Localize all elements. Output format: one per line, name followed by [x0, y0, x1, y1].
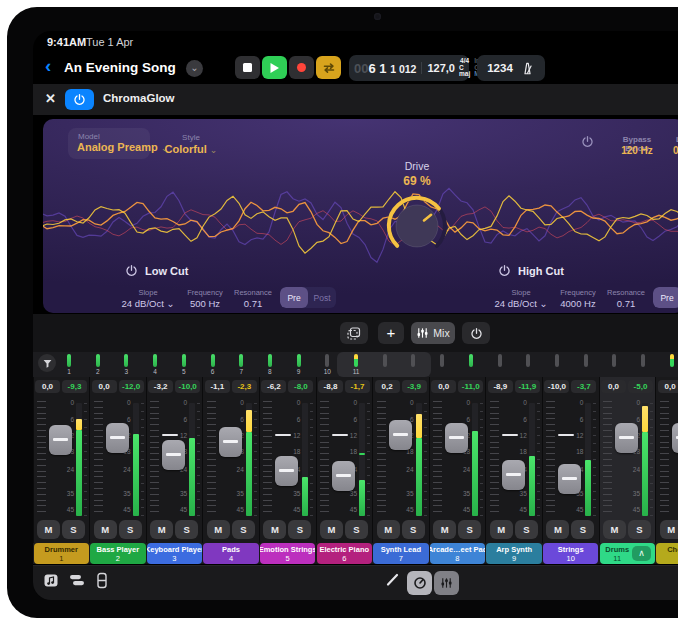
fader-db-value[interactable]: -3,2: [148, 380, 173, 393]
solo-button[interactable]: S: [288, 520, 311, 539]
fader-handle[interactable]: [49, 425, 72, 455]
mix-view-button[interactable]: Mix: [411, 322, 455, 344]
solo-button[interactable]: S: [515, 520, 538, 539]
fader-db-value[interactable]: -8,9: [488, 380, 513, 393]
patch-button[interactable]: [340, 322, 368, 344]
peak-db-value[interactable]: -3,7: [571, 380, 596, 393]
stop-button[interactable]: [235, 56, 260, 79]
frequency-value[interactable]: 500 Hz: [190, 298, 220, 309]
peak-db-value[interactable]: -1,7: [345, 380, 370, 393]
track-label[interactable]: Keyboard Player3: [147, 543, 203, 564]
fader-handle[interactable]: [502, 460, 525, 490]
resonance-value[interactable]: 0.71: [617, 298, 636, 309]
high-cut-power-icon[interactable]: [498, 264, 511, 277]
mute-button[interactable]: M: [660, 520, 678, 539]
routing-button[interactable]: [69, 572, 85, 588]
peak-db-value[interactable]: -11,9: [515, 380, 540, 393]
mixer-power-button[interactable]: [462, 322, 490, 344]
track-label[interactable]: Electric Piano6: [317, 543, 373, 564]
back-chevron-icon[interactable]: ‹: [45, 55, 51, 77]
fader-db-value[interactable]: -8,8: [318, 380, 343, 393]
fader-db-value[interactable]: -1,1: [205, 380, 230, 393]
slope-value[interactable]: 24 dB/Oct ⌄: [122, 298, 175, 309]
solo-button[interactable]: S: [119, 520, 142, 539]
mute-button[interactable]: M: [546, 520, 569, 539]
fader-db-value[interactable]: 0,2: [375, 380, 400, 393]
mute-button[interactable]: M: [150, 520, 173, 539]
track-label[interactable]: Arp Synth9: [486, 543, 542, 564]
peak-db-value[interactable]: -12,0: [119, 380, 144, 393]
fader-handle[interactable]: [558, 464, 581, 494]
fader-handle[interactable]: [275, 456, 298, 486]
mute-button[interactable]: M: [490, 520, 513, 539]
fader-db-value[interactable]: 0,0: [431, 380, 456, 393]
peak-db-value[interactable]: -9,3: [62, 380, 87, 393]
fader-db-value[interactable]: 0,0: [601, 380, 626, 393]
model-box[interactable]: Model Analog Preamp ⌄: [68, 128, 150, 159]
collapse-chevron-button[interactable]: ∧: [632, 546, 651, 561]
track-label[interactable]: Emotion Strings5: [260, 543, 316, 564]
solo-button[interactable]: S: [345, 520, 368, 539]
fader-handle[interactable]: [162, 440, 185, 470]
track-label[interactable]: Pads4: [203, 543, 259, 564]
metronome-icon[interactable]: [520, 61, 535, 76]
fader-db-value[interactable]: -6,2: [261, 380, 286, 393]
mute-button[interactable]: M: [603, 520, 626, 539]
bypass-power-icon[interactable]: [581, 135, 594, 148]
peak-db-value[interactable]: -3,9: [402, 380, 427, 393]
peak-db-value[interactable]: -8,0: [288, 380, 313, 393]
fader-handle[interactable]: [672, 423, 678, 453]
mute-button[interactable]: M: [377, 520, 400, 539]
close-plugin-icon[interactable]: ✕: [45, 91, 56, 106]
mute-button[interactable]: M: [433, 520, 456, 539]
peak-db-value[interactable]: -11,0: [458, 380, 483, 393]
frequency-value[interactable]: 4000 Hz: [560, 298, 595, 309]
peak-db-value[interactable]: -10,0: [175, 380, 200, 393]
fader-db-value[interactable]: 0,0: [658, 380, 678, 393]
fader-db-value[interactable]: 0,0: [35, 380, 60, 393]
fader-handle[interactable]: [332, 461, 355, 491]
solo-button[interactable]: S: [62, 520, 85, 539]
track-label[interactable]: Drummer1: [34, 543, 90, 564]
peak-db-value[interactable]: -5,0: [628, 380, 653, 393]
play-button[interactable]: [262, 56, 287, 79]
filter-tracks-button[interactable]: [38, 354, 56, 372]
fader-handle[interactable]: [219, 427, 242, 457]
fader-handle[interactable]: [615, 423, 638, 453]
mute-button[interactable]: M: [94, 520, 117, 539]
plugin-power-button[interactable]: [65, 89, 94, 110]
solo-button[interactable]: S: [571, 520, 594, 539]
mute-button[interactable]: M: [207, 520, 230, 539]
edit-pencil-button[interactable]: [385, 572, 400, 587]
low-cut-power-icon[interactable]: [125, 264, 138, 277]
fader-db-value[interactable]: -10,0: [544, 380, 569, 393]
post-button[interactable]: Post: [308, 287, 336, 308]
record-button[interactable]: [289, 56, 314, 79]
knob-mode-button[interactable]: [407, 571, 432, 595]
solo-button[interactable]: S: [175, 520, 198, 539]
lcd-display[interactable]: 006 1 1 012 127,0 4/4C maj In OutMIDI: [349, 55, 469, 81]
add-track-button[interactable]: +: [378, 322, 404, 344]
model-value[interactable]: Analog Preamp ⌄: [77, 141, 168, 153]
cycle-button[interactable]: [316, 56, 341, 79]
fader-handle[interactable]: [445, 423, 468, 453]
solo-button[interactable]: S: [458, 520, 481, 539]
fader-db-value[interactable]: 0,0: [92, 380, 117, 393]
pre-button[interactable]: Pre: [653, 287, 678, 308]
track-label[interactable]: Arcade…eet Pad8: [430, 543, 486, 564]
solo-button[interactable]: S: [232, 520, 255, 539]
drive-knob[interactable]: [382, 191, 452, 261]
solo-button[interactable]: S: [402, 520, 425, 539]
fader-handle[interactable]: [106, 423, 129, 453]
faders-mode-button[interactable]: [434, 571, 459, 595]
track-label[interactable]: Chorus V12: [656, 543, 678, 564]
count-in-button[interactable]: 1234: [487, 62, 513, 74]
mute-button[interactable]: M: [37, 520, 60, 539]
song-menu-chevron-icon[interactable]: ⌄: [186, 60, 203, 77]
fader-panel-button[interactable]: [95, 572, 109, 589]
peak-db-value[interactable]: -2,3: [232, 380, 257, 393]
solo-button[interactable]: S: [628, 520, 651, 539]
level-value[interactable]: 0.0: [673, 145, 678, 156]
track-label[interactable]: Strings10: [543, 543, 599, 564]
pre-button[interactable]: Pre: [280, 287, 308, 308]
